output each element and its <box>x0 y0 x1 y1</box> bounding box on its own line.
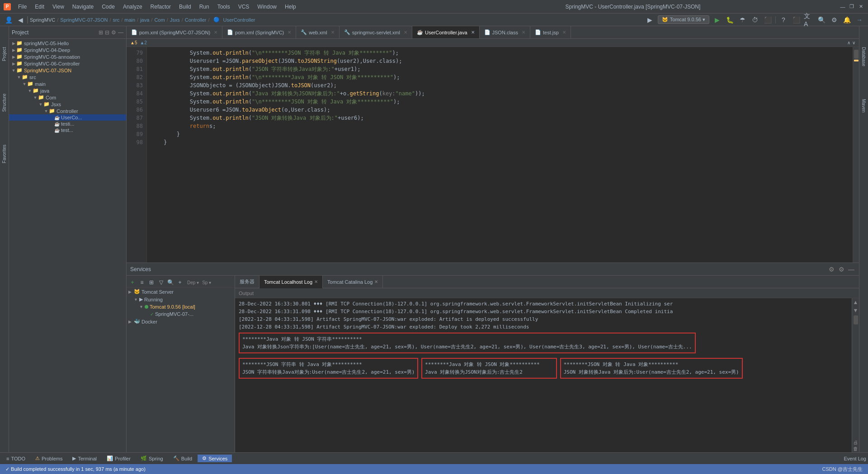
tree-item-springmvc05ann[interactable]: ▶ 📁 SpringMVC-05-annoation <box>9 53 126 60</box>
menu-code[interactable]: Code <box>98 3 118 11</box>
minimize-button[interactable]: — <box>839 3 846 10</box>
breadcrumb-src[interactable]: src <box>113 17 120 23</box>
tab-webxml-close[interactable]: ✕ <box>331 30 335 35</box>
tab-usercontroller-close[interactable]: ✕ <box>471 30 475 35</box>
srv-item-docker[interactable]: ▶ 🐳 Docker <box>127 318 235 325</box>
back-button[interactable]: ◀ <box>15 15 25 25</box>
project-close-icon[interactable]: — <box>118 29 123 36</box>
srv-group-btn[interactable]: ⊞ <box>147 278 156 286</box>
srv-search-btn[interactable]: 🔍 <box>166 278 175 286</box>
breadcrumb-main[interactable]: main <box>124 17 135 23</box>
tree-item-com[interactable]: ▼ 📁 Com <box>9 94 126 101</box>
maven-panel-toggle[interactable]: Maven <box>860 96 867 115</box>
services-minimize-icon[interactable]: — <box>847 265 855 273</box>
menu-edit[interactable]: Edit <box>31 3 48 11</box>
tab-spring[interactable]: 🌿 Spring <box>136 455 168 462</box>
tab-springmvc-servlet-close[interactable]: ✕ <box>404 30 407 35</box>
menu-view[interactable]: View <box>49 3 68 11</box>
tab-testjsp-close[interactable]: ✕ <box>562 30 566 35</box>
menu-help[interactable]: Help <box>281 3 300 11</box>
menu-run[interactable]: Run <box>196 3 213 11</box>
structure-panel-toggle[interactable]: Structure <box>1 91 8 115</box>
tab-pom-springmvc[interactable]: 📄 pom.xml (SpringMVC) ✕ <box>222 26 296 39</box>
breadcrumb-jsxs[interactable]: Jsxs <box>170 17 180 23</box>
run-button[interactable]: ▶ <box>712 15 722 25</box>
srv-item-tomcat-server[interactable]: ▶ 🐱 Tomcat Server <box>127 288 235 296</box>
srv-item-tomcat-local[interactable]: ▼ Tomcat 9.0.56 [local] <box>127 303 235 310</box>
srv-tab-catalina-log[interactable]: Tomcat Catalina Log ✕ <box>323 276 383 288</box>
user-icon[interactable]: 👤 <box>4 15 14 25</box>
scroll-down[interactable]: ∨ <box>852 40 855 45</box>
srv-more-btn[interactable]: + <box>176 278 184 286</box>
favorites-panel-toggle[interactable]: Favorites <box>1 142 8 166</box>
tree-item-main[interactable]: ▼ 📁 main <box>9 80 126 87</box>
scroll-clear-btn[interactable]: 🗑 <box>853 446 858 451</box>
menu-refactor[interactable]: Refactor <box>147 3 175 11</box>
coverage-button[interactable]: ☂ <box>737 15 747 25</box>
tree-item-testi[interactable]: ☕ testi... <box>9 121 126 127</box>
srv-item-springmvc07[interactable]: ✓ SpringMVC-07-... <box>127 310 235 318</box>
tree-item-jsxs[interactable]: ▼ 📁 Jsxs <box>9 101 126 108</box>
tree-item-src[interactable]: ▼ 📁 src <box>9 74 126 80</box>
notifications-button[interactable]: 🔔 <box>842 15 852 25</box>
srv-tab-server[interactable]: 服务器 <box>235 276 259 288</box>
tomcat-selector[interactable]: 🐱 Tomcat 9.0.56 ▾ <box>658 15 709 24</box>
tab-pom-07json[interactable]: 📄 pom.xml (SpringMVC-07-JSON) ✕ <box>127 26 222 39</box>
breadcrumb-usercontroller[interactable]: UserController <box>223 17 255 23</box>
menu-vcs[interactable]: VCS <box>235 3 253 11</box>
project-settings-icon[interactable]: ⚙ <box>111 29 116 36</box>
help-button[interactable]: ? <box>778 15 788 25</box>
settings-button[interactable]: ⚙ <box>829 15 839 25</box>
tab-webxml[interactable]: 🔧 web.xml ✕ <box>296 26 339 39</box>
tree-item-userco[interactable]: ☕ UserCo... <box>9 114 126 121</box>
tab-build[interactable]: 🔨 Build <box>169 455 197 462</box>
tree-item-test[interactable]: ☕ test... <box>9 127 126 133</box>
menu-tools[interactable]: Tools <box>214 3 234 11</box>
tab-json-class-close[interactable]: ✕ <box>522 30 525 35</box>
project-expand-icon[interactable]: ⊞ <box>99 29 103 36</box>
scroll-up-btn[interactable]: ▲ <box>853 299 859 305</box>
tab-pom-07json-close[interactable]: ✕ <box>214 30 217 35</box>
maximize-button[interactable]: ❐ <box>848 3 855 10</box>
tree-item-springmvc07[interactable]: ▼ 📁 SpringMVC-07-JSON <box>9 67 126 74</box>
tab-todo[interactable]: ≡ TODO <box>2 455 30 462</box>
menu-navigate[interactable]: Navigate <box>69 3 97 11</box>
breadcrumb-com[interactable]: Com <box>154 17 165 23</box>
close-button[interactable]: ✕ <box>857 3 864 10</box>
breadcrumb-java[interactable]: java <box>140 17 149 23</box>
tab-usercontroller[interactable]: ☕ UserController.java ✕ <box>412 26 480 39</box>
tab-pom-springmvc-close[interactable]: ✕ <box>288 30 291 35</box>
menu-window[interactable]: Window <box>254 3 280 11</box>
project-collapse-icon[interactable]: ⊟ <box>105 29 109 36</box>
tab-json-class[interactable]: 📄 JSON.class ✕ <box>480 26 530 39</box>
menu-file[interactable]: File <box>14 3 30 11</box>
srv-filter-btn[interactable]: ▽ <box>157 278 165 286</box>
tree-item-java[interactable]: ▼ 📁 java <box>9 87 126 94</box>
scroll-print-btn[interactable]: 🖨 <box>853 440 858 445</box>
scroll-down-btn[interactable]: ▼ <box>853 307 859 314</box>
tree-item-springmvc06[interactable]: ▶ 📁 SpringMVC-06-Controller <box>9 60 126 67</box>
stop-button[interactable]: ⬛ <box>763 15 773 25</box>
translate-button[interactable]: 文A <box>804 15 814 25</box>
srv-collapse-btn[interactable]: ≡ <box>138 278 146 286</box>
breadcrumb-project[interactable]: SpringMVC-07-JSON <box>60 17 108 23</box>
database-panel-toggle[interactable]: Database <box>860 44 867 69</box>
srv-tab-tomcat-log-close[interactable]: ✕ <box>314 279 318 284</box>
menu-build[interactable]: Build <box>175 3 195 11</box>
run-config-icon[interactable]: ▶ <box>645 15 655 25</box>
tab-springmvc-servlet[interactable]: 🔧 springmvc-servlet.xml ✕ <box>340 26 412 39</box>
debug-button[interactable]: 🐛 <box>725 15 735 25</box>
search-button[interactable]: 🔍 <box>816 15 826 25</box>
srv-item-running[interactable]: ▼ ▶ Running <box>127 296 235 303</box>
tree-item-springmvc04[interactable]: ▶ 📁 SpringMVC-04-Deep <box>9 47 126 53</box>
menu-analyze[interactable]: Analyze <box>119 3 146 11</box>
tab-services[interactable]: ⚙ Services <box>198 455 232 462</box>
event-log-link[interactable]: Event Log <box>844 456 866 461</box>
tab-testjsp[interactable]: 📄 test.jsp ✕ <box>530 26 571 39</box>
scroll-up[interactable]: ∧ <box>847 40 850 45</box>
tab-terminal[interactable]: ▶ Terminal <box>68 455 101 462</box>
services-gear-icon[interactable]: ⚙ <box>837 265 845 273</box>
srv-tab-tomcat-log[interactable]: Tomcat Localhost Log ✕ <box>259 276 323 288</box>
avatar-button[interactable]: → <box>854 15 864 25</box>
editor-scrollbar[interactable] <box>853 47 859 263</box>
